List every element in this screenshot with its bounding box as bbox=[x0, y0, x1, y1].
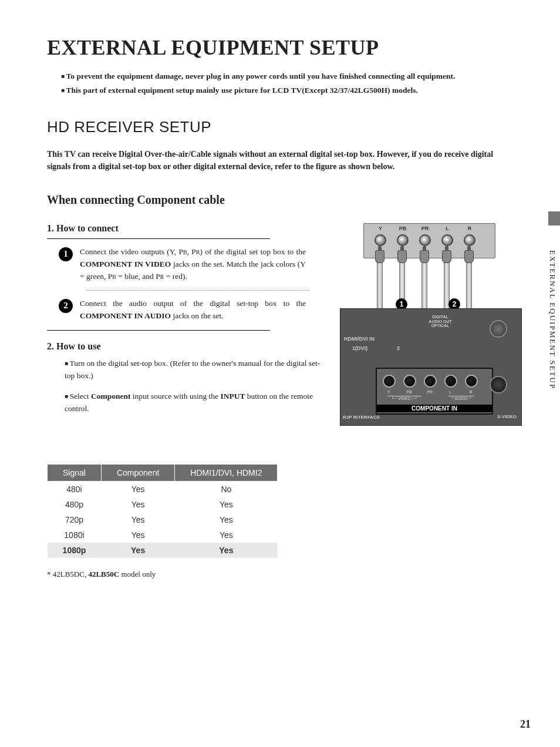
signal-compatibility-table: Signal Component HDMI1/DVI, HDMI2 480iYe… bbox=[47, 464, 278, 558]
svideo-jack-icon bbox=[490, 376, 507, 393]
page-title: EXTERNAL EQUIPMENT SETUP bbox=[47, 35, 519, 60]
step-number-badge: 2 bbox=[59, 299, 73, 313]
rca-jack-icon bbox=[419, 234, 431, 246]
divider bbox=[47, 330, 270, 331]
tv-jack-icon bbox=[465, 375, 478, 388]
how-to-use-heading: 2. How to use bbox=[47, 341, 328, 352]
warnings-list: To prevent the equipment damage, never p… bbox=[61, 70, 519, 97]
tv-jack-icon bbox=[424, 375, 437, 388]
tv-jack-label: R bbox=[465, 390, 477, 394]
table-row: 720pYesYes bbox=[48, 512, 278, 527]
list-item: Select Component input source with using… bbox=[65, 391, 328, 415]
tv-jack-icon bbox=[383, 375, 396, 388]
component-in-panel: Y PB PR L R └─ VIDEO ─┘ └ AUDIO ┘ COMPON… bbox=[376, 368, 493, 415]
jack-label-r: R bbox=[464, 226, 475, 231]
tv-jack-icon bbox=[444, 375, 457, 388]
warning-item: This part of external equipment setup ma… bbox=[61, 85, 519, 96]
divider bbox=[47, 238, 270, 239]
table-row: 1080pYesYes bbox=[48, 543, 278, 558]
connection-diagram: Y PB PR L R bbox=[340, 223, 516, 429]
plug-icon bbox=[420, 250, 429, 263]
jack-label-pr: PR bbox=[419, 226, 431, 231]
how-to-use-list: Turn on the digital set-top box. (Refer … bbox=[65, 358, 328, 415]
rca-jack-icon bbox=[464, 234, 475, 246]
plug-icon bbox=[464, 250, 474, 263]
table-header: HDMI1/DVI, HDMI2 bbox=[175, 464, 278, 481]
tv-jack-label: Y bbox=[383, 390, 394, 394]
table-header: Signal bbox=[48, 464, 102, 481]
intro-text: This TV can receive Digital Over-the-air… bbox=[47, 148, 519, 173]
page-number: 21 bbox=[520, 718, 531, 731]
step-number-badge: 1 bbox=[59, 247, 73, 261]
rca-jack-icon bbox=[441, 234, 453, 246]
digital-audio-label: DIGITAL AUDIO OUT OPTICAL bbox=[429, 315, 452, 328]
jack-label-l: L bbox=[441, 226, 453, 231]
hdmi-sub-label: 1(DVI) bbox=[352, 345, 367, 351]
table-header: Component bbox=[101, 464, 174, 481]
optical-jack-icon bbox=[490, 320, 507, 338]
table-row: 480iYesNo bbox=[48, 481, 278, 497]
rca-jack-icon bbox=[397, 234, 409, 246]
plug-icon bbox=[375, 250, 384, 263]
step-body: Connect the audio output of the digital … bbox=[80, 298, 306, 322]
connect-step-2: 2 Connect the audio output of the digita… bbox=[47, 298, 317, 322]
tv-jack-icon bbox=[403, 375, 416, 388]
how-to-connect-heading: 1. How to connect bbox=[47, 223, 328, 234]
jack-label-y: Y bbox=[375, 226, 386, 231]
step-body: Connect the video outputs (Y, PB, PR) of… bbox=[80, 246, 306, 283]
table-row: 1080iYesYes bbox=[48, 527, 278, 543]
tv-jack-label: PB bbox=[403, 390, 415, 394]
tv-jack-label: L bbox=[444, 390, 456, 394]
connect-step-1: 1 Connect the video outputs (Y, PB, PR) … bbox=[47, 246, 317, 283]
side-tab: EXTERNAL EQUIPMENT SETUP bbox=[545, 229, 560, 411]
jack-label-pb: PB bbox=[397, 226, 409, 231]
hdmi-sub2-label: 2 bbox=[397, 345, 400, 351]
dotted-divider bbox=[87, 290, 310, 291]
side-tab-marker bbox=[548, 211, 560, 226]
rca-jack-icon bbox=[375, 234, 386, 246]
tv-jack-label: PR bbox=[424, 390, 436, 394]
table-row: 480pYesYes bbox=[48, 497, 278, 512]
component-in-label: COMPONENT IN bbox=[377, 405, 492, 412]
plug-icon bbox=[397, 250, 407, 263]
sub-title: When connecting Component cable bbox=[47, 193, 519, 207]
svideo-label: S-VIDEO bbox=[497, 414, 517, 419]
hdmi-label: HDMI/DVI IN bbox=[344, 336, 375, 342]
warning-item: To prevent the equipment damage, never p… bbox=[61, 70, 519, 82]
plug-icon bbox=[442, 250, 451, 263]
footnote: * 42LB5DC, 42LB50C model only bbox=[47, 570, 519, 579]
rjp-label: RJP INTERFACE bbox=[343, 415, 380, 420]
side-tab-label: EXTERNAL EQUIPMENT SETUP bbox=[548, 250, 557, 389]
section-title: HD RECEIVER SETUP bbox=[47, 118, 519, 136]
list-item: Turn on the digital set-top box. (Refer … bbox=[65, 358, 328, 382]
